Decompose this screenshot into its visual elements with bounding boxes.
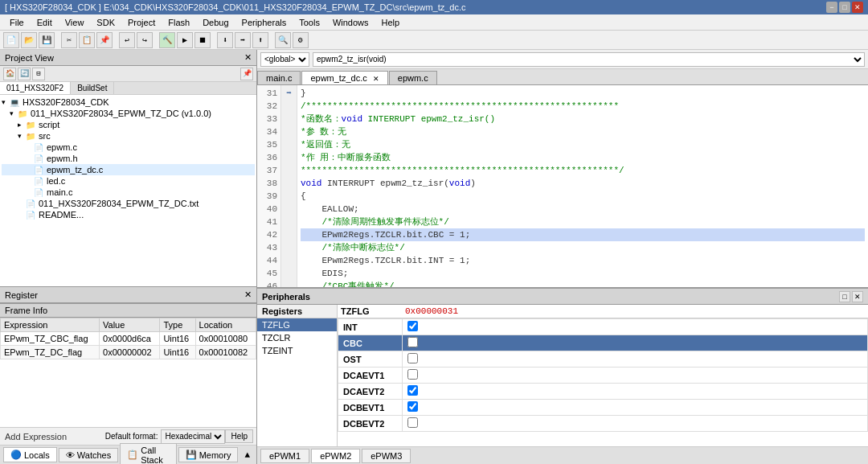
register-title: Register — [5, 290, 38, 300]
toolbar-step-over[interactable]: ➡ — [235, 32, 251, 48]
peri-bit-check-OST[interactable] — [407, 353, 418, 363]
tab-close-icon[interactable]: ✕ — [373, 75, 379, 83]
toolbar-search[interactable]: 🔍 — [275, 32, 291, 48]
tree-item-epwm-tz-dc-c[interactable]: 📄 epwm_tz_dc.c — [2, 164, 255, 175]
peri-bit-check-CBC[interactable] — [407, 337, 418, 347]
tree-item-root[interactable]: ▾ 💻 HXS320F28034_CDK — [2, 96, 255, 108]
menu-help[interactable]: Help — [375, 16, 407, 29]
tree-item-script[interactable]: ▸ 📁 script — [2, 119, 255, 130]
tree-item-project[interactable]: ▾ 📁 011_HXS320F28034_EPWM_TZ_DC (v1.0.0) — [2, 108, 255, 119]
code-line-41: /*清除周期性触发事件标志位*/ — [301, 216, 865, 228]
peri-bit-check-DCBEVT1[interactable] — [407, 401, 418, 412]
menu-file[interactable]: File — [3, 16, 31, 29]
toolbar-open[interactable]: 📂 — [21, 32, 37, 48]
toolbar-redo[interactable]: ↪ — [137, 32, 153, 48]
tree-item-src[interactable]: ▾ 📁 src — [2, 130, 255, 142]
peri-bit-check-DCAEVT2[interactable] — [407, 385, 418, 396]
register-close-icon[interactable]: ✕ — [244, 289, 252, 300]
tree-item-txt[interactable]: 📄 011_HXS320F28034_EPWM_TZ_DC.txt — [2, 198, 255, 209]
menu-tools[interactable]: Tools — [293, 16, 326, 29]
project-tabs: 011_HXS320F2 BuildSet — [0, 82, 256, 95]
tree-item-main-c[interactable]: 📄 main.c — [2, 187, 255, 198]
peri-reg-tzeint[interactable]: TZEINT — [257, 344, 337, 357]
toolbar-cut[interactable]: ✂ — [61, 32, 77, 48]
code-line-32: /***************************************… — [301, 100, 865, 113]
project-view-header: Project View ✕ — [0, 50, 256, 66]
peri-reg-name: TZFLG — [341, 306, 405, 316]
peripherals-content: Registers TZFLG TZCLR TZEINT TZFLG 0x000… — [257, 305, 868, 446]
close-button[interactable]: ✕ — [852, 2, 863, 13]
pv-collapse-btn[interactable]: ⊟ — [32, 68, 45, 80]
bottom-panel-expand-icon[interactable]: ▲ — [241, 450, 253, 460]
format-select[interactable]: Hexadecimal — [161, 429, 225, 444]
minimize-button[interactable]: − — [826, 2, 837, 13]
pv-sync-btn[interactable]: 🔄 — [18, 68, 31, 80]
help-button[interactable]: Help — [225, 429, 253, 443]
tab-epwm-c[interactable]: epwm.c — [389, 71, 437, 84]
tree-item-readme[interactable]: 📄 README... — [2, 209, 255, 220]
peri-reg-tzflg[interactable]: TZFLG — [257, 318, 337, 331]
tab-epwm-tz-dc-c[interactable]: epwm_tz_dc.c ✕ — [301, 71, 387, 84]
tree-item-epwm-c[interactable]: 📄 epwm.c — [2, 142, 255, 153]
toolbar-build[interactable]: 🔨 — [159, 32, 175, 48]
toolbar-stop[interactable]: ⏹ — [194, 32, 211, 48]
toolbar-settings[interactable]: ⚙ — [293, 32, 309, 48]
toolbar-paste[interactable]: 📌 — [96, 32, 113, 48]
peri-close-btn[interactable]: ✕ — [852, 291, 863, 302]
peri-tab-epwm2[interactable]: ePWM2 — [311, 449, 360, 463]
tab-memory[interactable]: 💾 Memory — [178, 447, 239, 462]
toolbar-step-out[interactable]: ⬆ — [252, 32, 268, 48]
pv-pin-btn[interactable]: 📌 — [240, 68, 253, 80]
menu-view[interactable]: View — [59, 16, 91, 29]
menu-peripherals[interactable]: Peripherals — [235, 16, 293, 29]
pv-home-btn[interactable]: 🏠 — [3, 68, 16, 80]
toolbar-undo[interactable]: ↩ — [119, 32, 135, 48]
maximize-button[interactable]: □ — [839, 2, 850, 13]
menu-windows[interactable]: Windows — [326, 16, 375, 29]
toolbar-step-in[interactable]: ⬇ — [217, 32, 233, 48]
menu-flash[interactable]: Flash — [162, 16, 196, 29]
bottom-tabs: 🔵 Locals 👁 Watches 📋 Call Stack 💾 Memory… — [0, 445, 256, 464]
frame-table: Expression Value Type Location EPwm_TZ_C… — [0, 318, 256, 359]
toolbar-copy[interactable]: 📋 — [79, 32, 95, 48]
watches-icon: 👁 — [66, 450, 75, 460]
code-line-42: EPwm2Regs.TZCLR.bit.CBC = 1; — [301, 228, 865, 241]
col-type: Type — [160, 318, 195, 332]
peri-bit-row-4: DCAEVT2 — [338, 384, 868, 400]
menu-sdk[interactable]: SDK — [90, 16, 121, 29]
tab-main-c[interactable]: main.c — [257, 71, 301, 84]
frame-row-1[interactable]: EPwm_TZ_DC_flag0x00000002Uint160x0001008… — [1, 346, 256, 359]
peri-min-btn[interactable]: □ — [839, 291, 850, 302]
toolbar-save[interactable]: 💾 — [39, 32, 55, 48]
code-content[interactable]: }/**************************************… — [297, 85, 868, 287]
project-tab-buildset[interactable]: BuildSet — [71, 82, 114, 94]
peri-tab-epwm1[interactable]: ePWM1 — [260, 449, 309, 463]
project-tab-project[interactable]: 011_HXS320F2 — [0, 82, 71, 94]
menu-project[interactable]: Project — [121, 16, 162, 29]
add-expression-button[interactable]: Add Expression — [0, 430, 102, 443]
menu-edit[interactable]: Edit — [31, 16, 59, 29]
code-markers: ➡ — [281, 85, 297, 287]
peripherals-title: Peripherals — [262, 292, 839, 302]
toolbar-debug[interactable]: ▶ — [177, 32, 193, 48]
code-line-39: { — [301, 190, 865, 203]
global-combo[interactable]: <global> — [260, 52, 309, 67]
project-view-close-icon[interactable]: ✕ — [244, 52, 252, 63]
function-combo[interactable]: epwm2_tz_isr(void) — [313, 52, 865, 67]
peri-bit-check-INT[interactable] — [407, 321, 418, 331]
tree-item-led-c[interactable]: 📄 led.c — [2, 175, 255, 187]
tree-item-epwm-h[interactable]: 📄 epwm.h — [2, 153, 255, 164]
col-location: Location — [195, 318, 256, 332]
tab-call-stack[interactable]: 📋 Call Stack — [120, 443, 176, 465]
frame-row-0[interactable]: EPwm_TZ_CBC_flag0x0000d6caUint160x000100… — [1, 332, 256, 346]
menu-debug[interactable]: Debug — [196, 16, 235, 29]
peri-tab-epwm3[interactable]: ePWM3 — [362, 449, 411, 463]
title-text: [ HXS320F28034_CDK ] E:\034_CDK\HXS320F2… — [5, 2, 826, 12]
peri-bit-check-DCAEVT1[interactable] — [407, 369, 418, 380]
tab-locals[interactable]: 🔵 Locals — [3, 447, 57, 462]
peri-reg-tzclr[interactable]: TZCLR — [257, 331, 337, 344]
code-line-34: *参 数：无 — [301, 125, 865, 138]
tab-watches[interactable]: 👁 Watches — [59, 448, 118, 462]
toolbar-new[interactable]: 📄 — [3, 32, 19, 48]
peri-bit-check-DCBEVT2[interactable] — [407, 417, 418, 428]
